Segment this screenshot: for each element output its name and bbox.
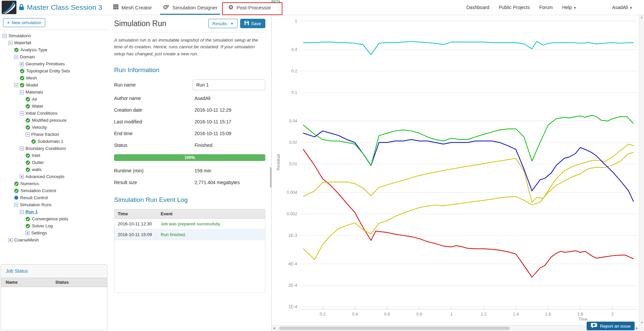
tree-item-walls[interactable]: walls [0,166,108,173]
convergence-plot[interactable]: 10.40.20.10.040.020.010.0040.0021E-34E-4… [272,15,639,326]
tree-item-run-1[interactable]: Run 1 [0,208,108,215]
tree-item-materials[interactable]: Materials [0,89,108,96]
top-navbar: Master Class Session 3 Mesh Creator⚙⚙Sim… [0,0,644,15]
y-tick-label: 4E-4 [288,262,297,266]
tree-item-velocity[interactable]: Velocity [0,124,108,131]
tree-item-subdomain-1[interactable]: Subdomain 1 [0,138,108,145]
run-description: A simulation run is an immutable snapsho… [114,37,265,57]
vertical-scrollbar[interactable]: ▲ ▼ [639,15,644,331]
collapse-icon[interactable] [14,203,18,207]
tree-item-label: Solver Log [32,223,53,228]
field-label: Creation date [114,107,195,113]
tree-item-boundary-conditions[interactable]: Boundary Conditions [0,145,108,152]
y-tick-label: 2E-4 [288,283,297,288]
check-icon [14,48,19,52]
scroll-up-arrow-icon[interactable]: ▲ [639,16,644,19]
tree-item-inlet[interactable]: Inlet [0,152,108,159]
check-icon [25,104,30,109]
tree-item-solver-log[interactable]: Solver Log [0,222,108,229]
tree-item-label: walls [32,167,42,172]
tab-label: Mesh Creator [121,5,152,10]
user-menu[interactable]: AsadAli▼ [612,5,633,10]
y-tick-label: 0.2 [291,69,297,73]
x-tick-label: 1.8 [577,312,583,317]
field-value: Finished [195,143,212,148]
chevron-down-icon: ▼ [573,6,577,10]
tree-item-analysis-type[interactable]: Analysis Type [0,46,108,53]
panel-scrollbar-thumb[interactable] [270,167,271,187]
tree-item-coarsemesh[interactable]: CoarseMesh [0,236,108,243]
tree-item-water[interactable]: Water [0,103,108,110]
tree-item-convergence-plots[interactable]: Convergence plots [0,215,108,222]
x-tick-label: 1.4 [513,312,519,317]
tree-item-numerics[interactable]: Numerics [0,180,108,187]
tree-item-outlet[interactable]: Outlet [0,159,108,166]
tree-item-geometry-primitives[interactable]: Geometry Primitives [0,60,108,67]
collapse-icon[interactable] [20,147,24,151]
check-icon [25,224,30,228]
field-row-end-time: End time2016-10-11 15:09 [114,130,265,137]
tree-item-initial-conditions[interactable]: Initial Conditions [0,110,108,117]
tree-item-result-control[interactable]: Result Control [0,194,108,201]
tree-item-settings[interactable]: Settings [0,229,108,236]
collapse-icon[interactable] [20,111,24,115]
collapse-icon[interactable] [20,210,24,214]
tree-item-waterfall[interactable]: Waterfall [0,39,108,46]
run-information-heading: Run Information [114,66,265,74]
event-message: Job was prepared successfully. [157,218,265,229]
run-name-input[interactable] [193,79,265,90]
series-cyan [303,42,633,55]
horizontal-scrollbar-thumb[interactable] [279,327,510,330]
tree-item-simulation-runs[interactable]: Simulation Runs [0,201,108,208]
tree-item-air[interactable]: Air [0,96,108,103]
scroll-down-arrow-icon[interactable]: ▼ [639,321,644,324]
new-simulation-button[interactable]: + New simulation [3,18,45,27]
tree-item-label: Inlet [32,153,40,158]
scroll-right-arrow-icon[interactable]: ▶ [636,327,638,330]
nav-link-help[interactable]: Help▼ [562,5,577,10]
nav-link-forum[interactable]: Forum [539,5,552,10]
tab-mesh-creator[interactable]: Mesh Creator [108,0,157,15]
tree-item-model[interactable]: Model [0,81,108,89]
tree-item-label: Numerics [20,181,39,186]
save-button[interactable]: Save [240,19,265,28]
collapse-icon[interactable] [20,90,24,94]
collapse-icon[interactable] [3,34,7,38]
scroll-left-arrow-icon[interactable]: ◀ [273,327,275,330]
collapse-icon[interactable] [14,55,18,59]
expand-icon[interactable] [20,62,24,66]
tree-item-simulations[interactable]: Simulations [0,32,108,39]
field-row-author-name: Author nameAsadAli [114,95,265,102]
tab-simulation-designer[interactable]: ⚙⚙Simulation Designer [157,0,223,15]
simulation-tree-sidebar: + New simulation SimulationsWaterfallAna… [0,15,108,331]
check-icon [20,69,24,73]
expand-icon[interactable] [8,238,12,242]
tree-item-mesh[interactable]: Mesh [0,74,108,81]
collapse-icon[interactable] [14,83,18,87]
check-icon [25,118,30,123]
expand-icon[interactable] [25,231,30,235]
tree-item-advanced-concepts[interactable]: Advanced Concepts [0,173,108,180]
collapse-icon[interactable] [25,132,30,136]
y-tick-label: 0.01 [289,162,297,166]
tree-item-phase-fraction[interactable]: Phase fraction [0,131,108,138]
nav-link-dashboard[interactable]: Dashboard [466,5,489,10]
tree-item-label: Run 1 [25,209,38,214]
field-label: End time [114,131,195,136]
expand-icon[interactable] [20,175,24,179]
run-information-fields: Run nameAuthor nameAsadAliCreation date2… [114,79,265,186]
tree-item-topological-entity-sets[interactable]: Topological Entity Sets [0,67,108,74]
tree-item-simulation-control[interactable]: Simulation Control [0,187,108,194]
horizontal-scrollbar[interactable]: ◀ ▶ [272,325,639,331]
tab-post-processor[interactable]: ⚙Post-ProcessorBETA [223,0,280,15]
tree-item-modified-pressure[interactable]: Modified pressure [0,117,108,124]
tree-item-label: Advanced Concepts [25,174,64,179]
x-tick-label: 0.4 [352,312,358,317]
field-row-creation-date: Creation date2016-10-11 12:29 [114,106,265,114]
results-button[interactable]: Results ▼ [208,19,237,28]
collapse-icon[interactable] [8,41,12,45]
report-issue-button[interactable]: Report an issue [587,322,635,330]
tree-item-domain[interactable]: Domain [0,53,108,60]
convergence-plot-svg[interactable]: 10.40.20.10.040.020.010.0040.0021E-34E-4… [272,15,639,326]
nav-link-public-projects[interactable]: Public Projects [499,5,530,10]
